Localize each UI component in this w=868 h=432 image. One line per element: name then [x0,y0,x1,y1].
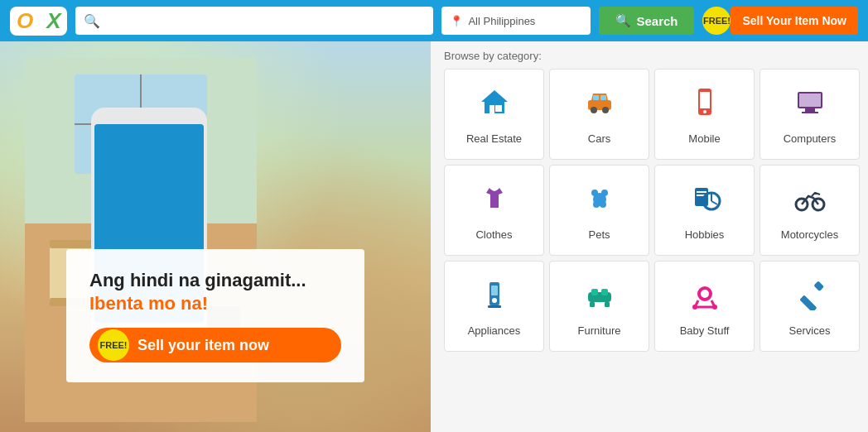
svg-rect-42 [491,286,498,295]
svg-rect-14 [495,105,502,112]
svg-rect-33 [695,188,708,206]
pets-icon [583,181,616,222]
search-btn-label: Search [636,14,678,28]
baby-stuff-label: Baby Stuff [680,324,730,337]
real-estate-icon [478,85,511,126]
category-item-clothes[interactable]: Clothes [444,165,544,256]
svg-rect-19 [593,95,599,100]
category-item-appliances[interactable]: Appliances [444,261,544,352]
cars-icon [583,85,616,126]
svg-rect-47 [605,302,610,307]
location-text: All Philippines [468,15,535,27]
pin-icon: 📍 [450,15,463,27]
hobbies-label: Hobbies [685,228,725,241]
mobile-icon [688,85,721,126]
svg-point-51 [701,290,709,298]
main-content: Ang hindi na ginagamit... Ibenta mo na! … [0,41,868,432]
header: OLX 🔍 📍 All Philippines 🔍 Search FREE! S… [0,0,868,41]
location-bar[interactable]: 📍 All Philippines [441,7,591,35]
svg-rect-25 [799,94,821,107]
svg-point-55 [692,305,697,310]
category-item-hobbies[interactable]: Hobbies [654,165,755,256]
category-item-services[interactable]: Services [760,261,860,352]
appliances-icon [478,277,511,318]
hero-subtitle: Ibenta mo na! [89,293,341,314]
search-input[interactable] [105,14,425,27]
category-item-furniture[interactable]: Furniture [549,261,649,352]
category-grid: Real EstateCarsMobileComputersClothesPet… [444,69,860,352]
search-button[interactable]: 🔍 Search [599,7,694,35]
hobbies-icon [688,181,721,222]
search-bar: 🔍 [75,7,433,35]
svg-rect-34 [697,191,706,193]
cars-label: Cars [588,132,610,145]
search-btn-icon: 🔍 [615,13,631,28]
clothes-label: Clothes [475,228,512,241]
hero-box: Ang hindi na ginagamit... Ibenta mo na! … [66,249,364,382]
svg-rect-57 [799,295,817,310]
furniture-icon [583,277,616,318]
category-item-baby-stuff[interactable]: Baby Stuff [654,261,755,352]
hero-section: Ang hindi na ginagamit... Ibenta mo na! … [0,41,431,432]
free-badge: FREE! [702,7,731,35]
svg-point-23 [703,110,706,113]
logo-l: L [33,8,46,33]
svg-point-31 [593,201,600,208]
sell-button[interactable]: Sell Your Item Now [731,7,858,35]
logo-x: X [46,8,60,33]
pets-label: Pets [588,228,610,241]
svg-line-38 [711,201,717,204]
svg-rect-46 [590,302,595,307]
services-icon [793,277,827,318]
computers-label: Computers [784,132,837,145]
real-estate-label: Real Estate [466,132,522,145]
logo[interactable]: OLX [10,7,67,36]
svg-rect-22 [700,92,710,108]
svg-point-17 [591,107,597,113]
motorcycles-label: Motorcycles [781,228,838,241]
hero-title: Ang hindi na ginagamit... [89,269,341,293]
svg-point-32 [600,201,606,208]
svg-rect-48 [591,289,598,295]
svg-point-18 [602,107,609,113]
hero-sell-label: Sell your item now [137,337,269,354]
baby-stuff-icon [688,277,721,318]
svg-rect-27 [802,112,818,113]
svg-point-43 [492,298,497,303]
motorcycles-icon [793,181,827,222]
category-item-mobile[interactable]: Mobile [654,69,755,160]
hero-sell-button[interactable]: FREE! Sell your item now [89,328,341,362]
hero-free-badge: FREE! [98,329,129,361]
svg-rect-49 [601,289,608,295]
clothes-icon [478,181,511,222]
category-item-cars[interactable]: Cars [549,69,649,160]
logo-o: O [17,8,33,33]
svg-point-56 [712,305,717,310]
mobile-label: Mobile [688,132,720,145]
svg-rect-13 [489,105,494,113]
category-item-real-estate[interactable]: Real Estate [444,69,544,160]
svg-rect-58 [813,281,824,291]
svg-rect-20 [600,95,606,100]
category-item-motorcycles[interactable]: Motorcycles [760,165,860,256]
categories-panel: Browse by category: Real EstateCarsMobil… [431,41,868,432]
svg-rect-44 [488,305,501,308]
category-item-pets[interactable]: Pets [549,165,649,256]
appliances-label: Appliances [468,324,521,337]
svg-rect-26 [805,108,815,112]
computers-icon [793,85,827,126]
furniture-label: Furniture [577,324,620,337]
search-icon-small: 🔍 [84,13,100,29]
category-item-computers[interactable]: Computers [760,69,860,160]
services-label: Services [789,324,831,337]
browse-label: Browse by category: [444,50,860,62]
